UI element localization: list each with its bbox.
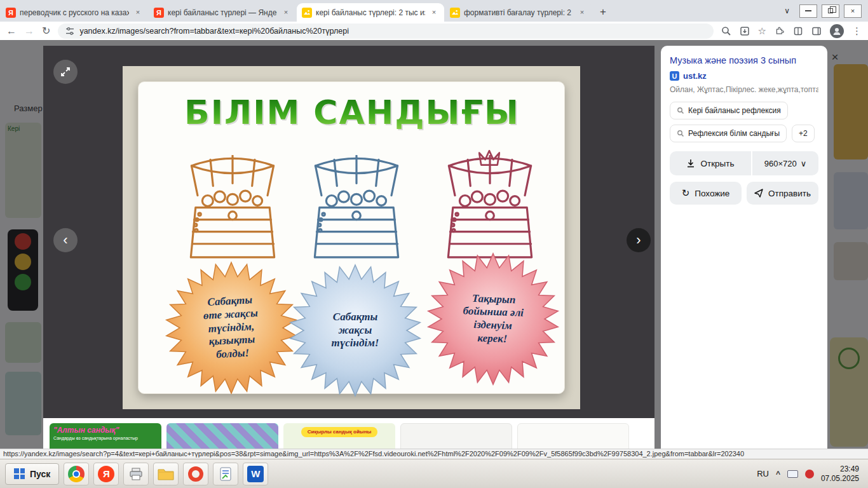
similar-images-button[interactable]: ↻ Похожие <box>670 182 742 205</box>
system-tray: RU ^ 23:49 07.05.2025 <box>757 464 863 484</box>
taskbar-clock[interactable]: 23:49 07.05.2025 <box>821 464 859 484</box>
extensions-puzzle-icon[interactable] <box>775 26 785 36</box>
thumbnail-subtitle: Сандарды өз сандықтарына орналастыр <box>53 436 158 440</box>
tab-title: переводчик с русского на казахск <box>20 8 129 17</box>
related-thumbnail[interactable] <box>400 423 512 449</box>
next-image-button[interactable]: › <box>627 228 651 252</box>
address-bar[interactable]: yandex.kz/images/search?from=tabbar&text… <box>58 24 713 39</box>
restore-button[interactable] <box>822 4 839 18</box>
source-domain-link[interactable]: ust.kz <box>683 71 707 81</box>
related-thumbnail[interactable]: "Алтын сандық" Сандарды өз сандықтарына … <box>50 423 161 449</box>
text-editor-icon <box>219 466 233 482</box>
taskbar-yandex-button[interactable]: Я <box>93 463 119 485</box>
printer-icon <box>128 466 144 482</box>
language-indicator[interactable]: RU <box>757 469 769 478</box>
size-label: 960×720 <box>764 159 797 168</box>
window-controls: ∨ × <box>778 0 868 22</box>
browser-toolbar: ← → ↻ yandex.kz/images/search?from=tabba… <box>0 22 868 40</box>
reload-button[interactable]: ↻ <box>42 26 50 36</box>
open-size-split-button: Открыть 960×720 ∨ <box>670 151 818 175</box>
back-button[interactable]: ← <box>6 26 17 36</box>
start-label: Пуск <box>30 469 50 479</box>
treasure-chest-blue <box>299 155 414 269</box>
related-thumbnail[interactable]: Сиқырлы сандық ойыны <box>283 423 395 449</box>
folder-icon <box>158 467 174 481</box>
minimize-button[interactable] <box>799 4 817 18</box>
sidebar-icon[interactable] <box>811 26 822 36</box>
tab-title: кері байланыс түрлері — Яндекс: <box>168 8 277 17</box>
collections-icon[interactable] <box>793 26 803 36</box>
opera-icon <box>188 466 203 482</box>
images-favicon <box>302 8 312 18</box>
image-info-panel: Музыка және поэзия 3 сынып U ust.kz Ойла… <box>661 46 827 449</box>
status-bar-url: https://yandex.kz/images/search?p=4&text… <box>0 449 868 459</box>
close-viewer-button[interactable]: × <box>828 50 842 64</box>
tab-close-icon[interactable]: × <box>133 8 143 18</box>
url-text[interactable]: yandex.kz/images/search?from=tabbar&text… <box>79 27 349 36</box>
taskbar-opera-button[interactable] <box>183 463 208 485</box>
previous-image-button[interactable]: ‹ <box>53 228 78 252</box>
forward-button[interactable]: → <box>24 26 34 36</box>
menu-kebab-icon[interactable]: ⋮ <box>852 26 862 36</box>
tag-chips: Кері байланыс рефлексия Рефлексия білім … <box>670 102 818 142</box>
tab-title: кері байланыс түрлері: 2 тыс изоб <box>316 8 425 17</box>
feedback-burst-red: Тақырып бойынша әлі ізденуім керек! <box>426 252 560 386</box>
start-button[interactable]: Пуск <box>5 463 59 485</box>
chevron-down-icon: ∨ <box>801 159 807 168</box>
close-window-button[interactable]: × <box>844 4 862 18</box>
clock-time: 23:49 <box>821 464 859 474</box>
taskbar-chrome-button[interactable] <box>64 463 89 485</box>
size-dropdown-button[interactable]: 960×720 ∨ <box>752 151 818 175</box>
tab-close-icon[interactable]: × <box>577 8 587 18</box>
send-label: Отправить <box>768 189 811 198</box>
send-button[interactable]: Отправить <box>747 182 818 205</box>
tab-images-active[interactable]: кері байланыс түрлері: 2 тыс изоб × <box>297 3 444 22</box>
action-buttons-row: ↻ Похожие Отправить <box>670 182 818 205</box>
more-tags-chip[interactable]: +2 <box>792 125 815 142</box>
keyboard-tray-icon[interactable] <box>787 470 798 478</box>
taskbar-printer-button[interactable] <box>123 463 149 485</box>
new-tab-button[interactable]: + <box>595 4 611 20</box>
search-icon <box>677 130 684 137</box>
tag-chip[interactable]: Рефлексия білім сандығы <box>670 125 787 142</box>
chrome-icon <box>68 466 85 482</box>
burst-text: Сабақты жақсы түсіндім! <box>288 264 422 397</box>
tab-formative-assessment[interactable]: формативті бағалау түрлері: 2 ты × <box>445 3 592 22</box>
images-favicon <box>450 8 460 18</box>
profile-avatar[interactable] <box>830 24 844 38</box>
source-favicon: U <box>670 71 679 81</box>
tab-yandex-search[interactable]: Я кері байланыс түрлері — Яндекс: × <box>149 3 296 22</box>
bookmark-star-icon[interactable]: ☆ <box>758 26 766 36</box>
windows-taskbar: Пуск Я <box>0 459 868 488</box>
tab-translator[interactable]: Я переводчик с русского на казахск × <box>1 3 148 22</box>
tab-close-icon[interactable]: × <box>429 8 439 18</box>
fullscreen-expand-button[interactable] <box>53 60 78 84</box>
tab-bar: Я переводчик с русского на казахск × Я к… <box>0 0 868 22</box>
related-thumbnail[interactable] <box>166 423 278 449</box>
tab-close-icon[interactable]: × <box>281 8 291 18</box>
site-info-icon[interactable] <box>65 27 74 36</box>
feedback-burst-orange: Сабақты өте жақсы түсіндім, қызықты болд… <box>165 261 298 395</box>
taskbar-explorer-button[interactable] <box>153 463 179 485</box>
open-button[interactable]: Открыть <box>670 151 751 175</box>
windows-logo-icon <box>14 468 25 479</box>
taskbar-text-editor-button[interactable] <box>213 463 238 485</box>
crown-icon <box>478 150 500 166</box>
toolbar-icons: ☆ ⋮ <box>721 24 862 38</box>
tag-chip[interactable]: Кері байланыс рефлексия <box>670 102 788 119</box>
save-icon[interactable] <box>740 26 750 36</box>
image-page-title-link[interactable]: Музыка және поэзия 3 сынып <box>670 55 818 66</box>
tab-search-chevron-icon[interactable]: ∨ <box>784 6 790 15</box>
hidden-icons-chevron[interactable]: ^ <box>776 470 780 478</box>
notification-tray-icon[interactable] <box>805 470 814 478</box>
more-tags-label: +2 <box>799 129 808 138</box>
tag-label: Кері байланыс рефлексия <box>688 106 781 115</box>
zoom-icon[interactable] <box>721 26 731 36</box>
burst-text: Тақырып бойынша әлі ізденуім керек! <box>424 250 562 388</box>
image-viewer: БІЛІМ САНДЫҒЫ Сабақты өте жақсы түсіндім… <box>43 46 654 418</box>
source-row[interactable]: U ust.kz <box>670 71 818 81</box>
yandex-favicon: Я <box>154 8 164 18</box>
viewed-image[interactable]: БІЛІМ САНДЫҒЫ Сабақты өте жақсы түсіндім… <box>123 66 580 409</box>
taskbar-word-button[interactable]: W <box>243 463 268 485</box>
related-thumbnail[interactable] <box>517 423 629 449</box>
